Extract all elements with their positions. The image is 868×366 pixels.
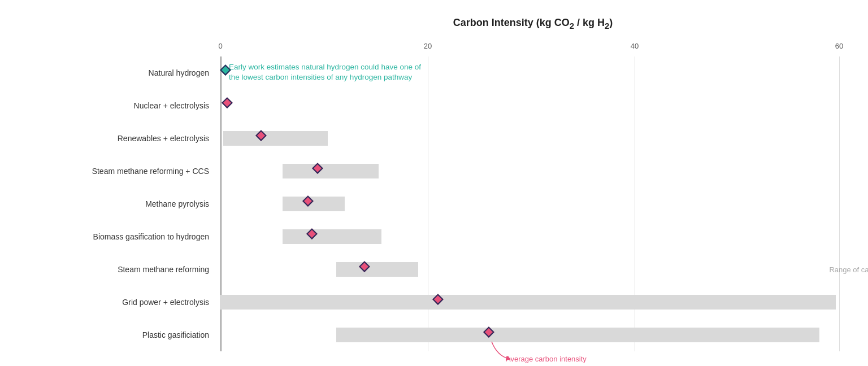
axis-label-0: 0 [218,42,222,50]
row-nuclear-electrolysis: Nuclear + electrolysis [6,89,845,122]
x-axis-labels: 0 20 40 60 [220,42,845,53]
axis-label-60: 60 [835,42,843,50]
axis-label-40: 40 [631,42,639,50]
bar-methane-pyrolysis [283,197,345,211]
row-grid-power: Grid power + electrolysis [6,286,845,319]
barzone-renewables-electrolysis [218,122,839,155]
bar-smr [336,262,418,277]
axis-label-20: 20 [424,42,432,50]
label-smr: Steam methane reforming [6,265,218,274]
barzone-plastic: Average carbon intensity [218,319,839,351]
row-methane-pyrolysis: Methane pyrolysis [6,188,845,220]
bar-plastic [336,328,819,342]
row-smr-ccs: Steam methane reforming + CCS [6,155,845,188]
rows-area: Natural hydrogen Early work estimates na… [6,56,845,351]
label-biomass: Biomass gasification to hydrogen [6,232,218,241]
avg-annotation-text: Average carbon intensity [506,355,587,363]
row-biomass: Biomass gasification to hydrogen [6,220,845,253]
barzone-biomass [218,220,839,253]
barzone-methane-pyrolysis [218,188,839,220]
label-grid-power: Grid power + electrolysis [6,298,218,307]
row-natural-hydrogen: Natural hydrogen Early work estimates na… [6,56,845,89]
row-renewables-electrolysis: Renewables + electrolysis [6,122,845,155]
label-smr-ccs: Steam methane reforming + CCS [6,167,218,176]
range-label: Range of carbon intensities [829,265,868,273]
bar-biomass [283,229,381,244]
bar-renewables-electrolysis [223,131,328,146]
row-smr: Steam methane reforming Range of carbon … [6,253,845,286]
barzone-smr-ccs [218,155,839,188]
label-natural-hydrogen: Natural hydrogen [6,68,218,77]
label-nuclear-electrolysis: Nuclear + electrolysis [6,101,218,110]
bar-smr-ccs [283,164,379,178]
annotation-natural-hydrogen: Early work estimates natural hydrogen co… [229,62,506,84]
bar-grid-power [220,295,836,310]
barzone-nuclear-electrolysis [218,89,839,122]
label-methane-pyrolysis: Methane pyrolysis [6,199,218,208]
barzone-natural-hydrogen: Early work estimates natural hydrogen co… [218,56,839,89]
chart-title: Carbon Intensity (kg CO2 / kg H2) [6,17,845,30]
label-renewables-electrolysis: Renewables + electrolysis [6,134,218,143]
label-plastic: Plastic gasificiation [6,330,218,339]
barzone-smr: Range of carbon intensities [218,253,839,286]
barzone-grid-power [218,286,839,319]
avg-arrow-svg [486,339,526,361]
diamond-nuclear-electrolysis [222,97,233,108]
chart-container: Carbon Intensity (kg CO2 / kg H2) 0 20 4… [0,0,868,366]
row-plastic: Plastic gasificiation Average carbon in [6,319,845,351]
